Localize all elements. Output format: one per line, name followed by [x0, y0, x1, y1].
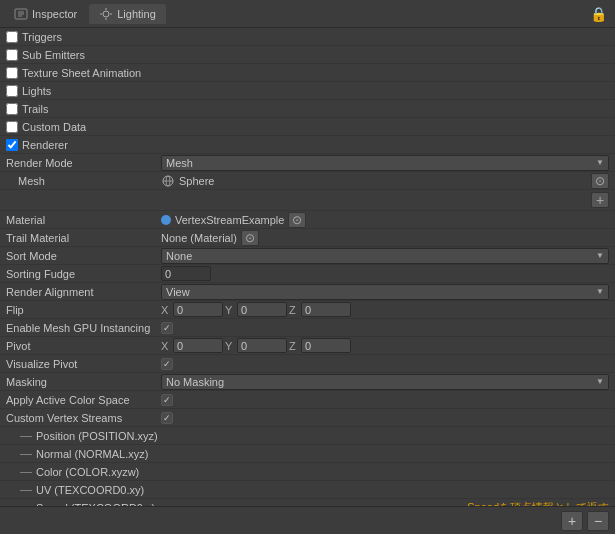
custom-vertex-streams-row: Custom Vertex Streams ✓ — [0, 409, 615, 427]
renderer-label: Renderer — [22, 139, 68, 151]
sorting-fudge-label: Sorting Fudge — [6, 268, 161, 280]
stream-uv[interactable]: — UV (TEXCOORD0.xy) — [0, 481, 615, 499]
custom-vertex-streams-checkbox[interactable]: ✓ — [161, 412, 173, 424]
flip-row: Flip X 0 Y 0 Z 0 — [0, 301, 615, 319]
custom-data-checkbox[interactable] — [6, 121, 18, 133]
add-row: + — [0, 190, 615, 211]
trail-material-label: Trail Material — [6, 232, 161, 244]
pivot-x-axis: X — [161, 340, 171, 352]
tab-lighting[interactable]: Lighting — [89, 4, 166, 24]
stream-normal[interactable]: — Normal (NORMAL.xyz) — [0, 445, 615, 463]
trails-section[interactable]: Trails — [0, 100, 615, 118]
sub-emitters-label: Sub Emitters — [22, 49, 85, 61]
trails-label: Trails — [22, 103, 48, 115]
lights-checkbox[interactable] — [6, 85, 18, 97]
mesh-select-button[interactable]: ⊙ — [591, 173, 609, 189]
sort-mode-label: Sort Mode — [6, 250, 161, 262]
pivot-x-input[interactable]: 0 — [173, 338, 223, 353]
trail-material-value: None (Material) — [161, 232, 237, 244]
material-row: Material VertexStreamExample ⊙ — [0, 211, 615, 229]
pivot-label: Pivot — [6, 340, 161, 352]
stream-color-name: Color (COLOR.xyzw) — [36, 466, 609, 478]
sorting-fudge-input[interactable] — [161, 266, 211, 281]
sort-mode-row: Sort Mode None ▼ — [0, 247, 615, 265]
texture-sheet-section[interactable]: Texture Sheet Animation — [0, 64, 615, 82]
trail-material-select-button[interactable]: ⊙ — [241, 230, 259, 246]
lights-section[interactable]: Lights — [0, 82, 615, 100]
tab-inspector[interactable]: Inspector — [4, 4, 87, 24]
stream-normal-name: Normal (NORMAL.xyz) — [36, 448, 609, 460]
add-stream-button[interactable]: + — [561, 511, 583, 531]
stream-normal-dash: — — [20, 447, 32, 461]
masking-row: Masking No Masking ▼ — [0, 373, 615, 391]
flip-x-axis: X — [161, 304, 171, 316]
stream-position-dash: — — [20, 429, 32, 443]
add-mesh-button[interactable]: + — [591, 192, 609, 208]
custom-data-label: Custom Data — [22, 121, 86, 133]
renderer-checkbox[interactable] — [6, 139, 18, 151]
render-mode-arrow: ▼ — [596, 158, 604, 167]
render-alignment-label: Render Alignment — [6, 286, 161, 298]
stream-color-dash: — — [20, 465, 32, 479]
material-value-container: VertexStreamExample ⊙ — [161, 212, 609, 228]
tab-lighting-label: Lighting — [117, 8, 156, 20]
stream-speed-comment: · Speedを頂点情報として返す — [461, 500, 609, 506]
sort-mode-dropdown[interactable]: None ▼ — [161, 248, 609, 264]
sort-mode-value: None — [166, 250, 192, 262]
pivot-z-axis: Z — [289, 340, 299, 352]
stream-position-name: Position (POSITION.xyz) — [36, 430, 609, 442]
masking-dropdown[interactable]: No Masking ▼ — [161, 374, 609, 390]
render-alignment-row: Render Alignment View ▼ — [0, 283, 615, 301]
triggers-section[interactable]: Triggers — [0, 28, 615, 46]
flip-label: Flip — [6, 304, 161, 316]
pivot-fields: X 0 Y 0 Z 0 — [161, 338, 609, 353]
render-mode-dropdown[interactable]: Mesh ▼ — [161, 155, 609, 171]
apply-color-space-label: Apply Active Color Space — [6, 394, 161, 406]
inspector-header: Inspector Lighting 🔒 — [0, 0, 615, 28]
mesh-row: Mesh Sphere ⊙ — [0, 172, 615, 190]
flip-fields: X 0 Y 0 Z 0 — [161, 302, 609, 317]
flip-y-axis: Y — [225, 304, 235, 316]
trail-material-value-container: None (Material) ⊙ — [161, 230, 609, 246]
triggers-label: Triggers — [22, 31, 62, 43]
material-select-button[interactable]: ⊙ — [288, 212, 306, 228]
flip-y-input[interactable]: 0 — [237, 302, 287, 317]
lights-label: Lights — [22, 85, 51, 97]
stream-speed[interactable]: — Speed (TEXCOORD0.z) · Speedを頂点情報として返す — [0, 499, 615, 506]
inspector-content: Triggers Sub Emitters Texture Sheet Anim… — [0, 28, 615, 506]
render-alignment-arrow: ▼ — [596, 287, 604, 296]
remove-stream-button[interactable]: − — [587, 511, 609, 531]
texture-sheet-checkbox[interactable] — [6, 67, 18, 79]
custom-vertex-streams-label: Custom Vertex Streams — [6, 412, 161, 424]
triggers-checkbox[interactable] — [6, 31, 18, 43]
stream-uv-dash: — — [20, 483, 32, 497]
render-alignment-value: View — [166, 286, 190, 298]
apply-color-space-checkbox[interactable]: ✓ — [161, 394, 173, 406]
masking-value: No Masking — [166, 376, 224, 388]
masking-arrow: ▼ — [596, 377, 604, 386]
trail-material-row: Trail Material None (Material) ⊙ — [0, 229, 615, 247]
stream-color[interactable]: — Color (COLOR.xyzw) — [0, 463, 615, 481]
sub-emitters-checkbox[interactable] — [6, 49, 18, 61]
lock-icon[interactable]: 🔒 — [590, 6, 607, 22]
enable-gpu-checkbox[interactable]: ✓ — [161, 322, 173, 334]
trails-checkbox[interactable] — [6, 103, 18, 115]
apply-color-space-row: Apply Active Color Space ✓ — [0, 391, 615, 409]
sub-emitters-section[interactable]: Sub Emitters — [0, 46, 615, 64]
flip-x-input[interactable]: 0 — [173, 302, 223, 317]
stream-position[interactable]: — Position (POSITION.xyz) — [0, 427, 615, 445]
flip-z-input[interactable]: 0 — [301, 302, 351, 317]
mesh-value-container: Sphere ⊙ — [161, 173, 609, 189]
custom-data-section[interactable]: Custom Data — [0, 118, 615, 136]
pivot-z-input[interactable]: 0 — [301, 338, 351, 353]
material-label: Material — [6, 214, 161, 226]
render-mode-row: Render Mode Mesh ▼ — [0, 154, 615, 172]
pivot-y-axis: Y — [225, 340, 235, 352]
visualize-pivot-row: Visualize Pivot ✓ — [0, 355, 615, 373]
visualize-pivot-checkbox[interactable]: ✓ — [161, 358, 173, 370]
renderer-section[interactable]: Renderer — [0, 136, 615, 154]
flip-z-axis: Z — [289, 304, 299, 316]
tab-inspector-label: Inspector — [32, 8, 77, 20]
render-alignment-dropdown[interactable]: View ▼ — [161, 284, 609, 300]
pivot-y-input[interactable]: 0 — [237, 338, 287, 353]
